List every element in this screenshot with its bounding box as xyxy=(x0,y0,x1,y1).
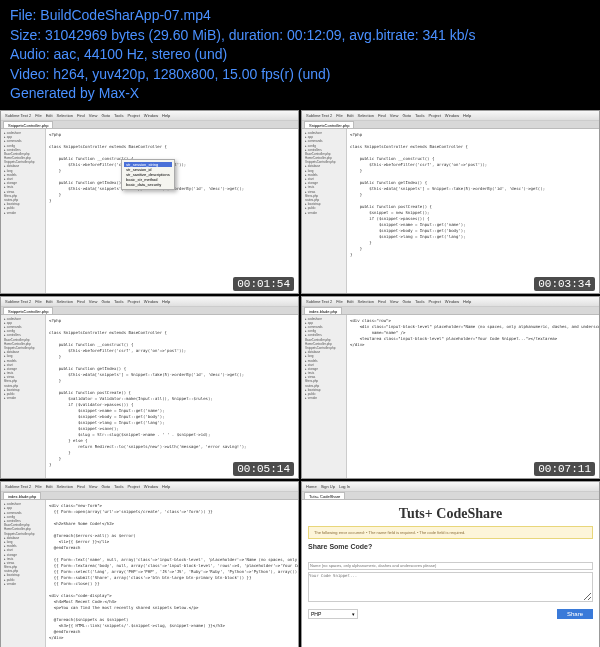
menu-item[interactable]: Help xyxy=(162,484,170,489)
video-frame-3: Sublime Text 2FileEditSelectionFindViewG… xyxy=(0,296,299,480)
menu-item[interactable]: Goto xyxy=(402,299,411,304)
menu-item[interactable]: Project xyxy=(428,299,440,304)
editor-tab[interactable]: SnippetsController.php xyxy=(304,121,354,128)
menu-item[interactable]: Selection xyxy=(57,484,73,489)
menu-item[interactable]: Tools xyxy=(114,113,123,118)
sidebar-item[interactable]: ▸ vendor xyxy=(304,211,344,215)
autocomplete-item[interactable]: basic_data_security xyxy=(124,182,172,187)
browser-toolbar[interactable]: HomeSign UpLog In xyxy=(302,482,599,492)
file-sidebar[interactable]: ▸ codeshare▸ app▸ commands▸ config▸ cont… xyxy=(302,315,347,479)
menu-item[interactable]: Find xyxy=(77,484,85,489)
sidebar-item[interactable]: ▸ vendor xyxy=(3,211,43,215)
menu-item[interactable]: File xyxy=(336,299,342,304)
file-sidebar[interactable]: ▸ codeshare▸ app▸ commands▸ config▸ cont… xyxy=(1,315,46,479)
file-sidebar[interactable]: ▸ codeshare▸ app▸ commands▸ config▸ cont… xyxy=(1,500,46,647)
tabbar[interactable]: SnippetsController.php xyxy=(1,307,298,315)
menu-item[interactable]: View xyxy=(89,113,98,118)
menu-item[interactable]: Sublime Text 2 xyxy=(5,484,31,489)
menu-item[interactable]: Help xyxy=(463,113,471,118)
menu-item[interactable]: Project xyxy=(127,113,139,118)
menu-item[interactable]: Find xyxy=(378,113,386,118)
menubar[interactable]: Sublime Text 2FileEditSelectionFindViewG… xyxy=(1,482,298,492)
file-sidebar[interactable]: ▸ codeshare▸ app▸ commands▸ config▸ cont… xyxy=(302,129,347,293)
menu-item[interactable]: Project xyxy=(127,484,139,489)
menu-item[interactable]: Selection xyxy=(358,113,374,118)
menu-item[interactable]: Window xyxy=(144,299,158,304)
menu-item[interactable]: Project xyxy=(127,299,139,304)
menu-item[interactable]: Sublime Text 2 xyxy=(5,299,31,304)
sidebar-item[interactable]: ▸ vendor xyxy=(3,396,43,400)
menu-item[interactable]: Window xyxy=(144,484,158,489)
code-editor[interactable]: <?php class SnippetsController extends B… xyxy=(46,315,298,479)
browser-tabbar[interactable]: Tuts+ CodeShare xyxy=(302,492,599,500)
menu-item[interactable]: Window xyxy=(144,113,158,118)
tabbar[interactable]: SnippetsController.php xyxy=(302,121,599,129)
menu-item[interactable]: Help xyxy=(162,299,170,304)
menu-item[interactable]: Find xyxy=(77,299,85,304)
menu-item[interactable]: View xyxy=(390,113,399,118)
timestamp: 00:03:34 xyxy=(534,277,595,291)
menu-item[interactable]: Sublime Text 2 xyxy=(5,113,31,118)
share-button[interactable]: Share xyxy=(557,609,593,619)
sidebar-item[interactable]: ▸ vendor xyxy=(3,582,43,586)
menu-item[interactable]: File xyxy=(336,113,342,118)
menubar[interactable]: Sublime Text 2FileEditSelectionFindViewG… xyxy=(1,111,298,121)
menu-item[interactable]: Window xyxy=(445,299,459,304)
tabbar[interactable]: SnippetsController.php xyxy=(1,121,298,129)
menu-item[interactable]: Selection xyxy=(358,299,374,304)
menu-item[interactable]: File xyxy=(35,299,41,304)
file-sidebar[interactable]: ▸ codeshare▸ app▸ commands▸ config▸ cont… xyxy=(1,129,46,293)
nav-link[interactable]: Home xyxy=(306,484,317,489)
menu-item[interactable]: View xyxy=(89,484,98,489)
lang-select[interactable]: PHP▾ xyxy=(308,609,358,619)
menu-item[interactable]: Find xyxy=(378,299,386,304)
editor-tab[interactable]: index.blade.php xyxy=(304,307,342,314)
code-textarea[interactable] xyxy=(308,572,593,602)
menu-item[interactable]: Goto xyxy=(101,484,110,489)
menu-item[interactable]: File xyxy=(35,113,41,118)
menu-item[interactable]: Edit xyxy=(46,299,53,304)
menu-item[interactable]: Sublime Text 2 xyxy=(306,113,332,118)
menu-item[interactable]: Edit xyxy=(46,484,53,489)
menu-item[interactable]: Edit xyxy=(347,113,354,118)
menu-item[interactable]: Project xyxy=(428,113,440,118)
code-editor[interactable]: <div class="new-form"> {{ Form::open(arr… xyxy=(46,500,298,647)
menu-item[interactable]: Selection xyxy=(57,299,73,304)
browser-tab[interactable]: Tuts+ CodeShare xyxy=(304,492,345,499)
menu-item[interactable]: Tools xyxy=(114,299,123,304)
menubar[interactable]: Sublime Text 2FileEditSelectionFindViewG… xyxy=(302,297,599,307)
editor-tab[interactable]: SnippetsController.php xyxy=(3,121,53,128)
menu-item[interactable]: Goto xyxy=(101,299,110,304)
code-editor[interactable]: <?php class SnippetsController extends B… xyxy=(46,129,298,293)
menu-item[interactable]: Goto xyxy=(402,113,411,118)
menu-item[interactable]: Edit xyxy=(347,299,354,304)
menu-item[interactable]: Find xyxy=(77,113,85,118)
menu-item[interactable]: View xyxy=(89,299,98,304)
editor-tab[interactable]: index.blade.php xyxy=(3,492,41,499)
sidebar-item[interactable]: ▸ vendor xyxy=(304,396,344,400)
menubar[interactable]: Sublime Text 2FileEditSelectionFindViewG… xyxy=(302,111,599,121)
nav-link[interactable]: Log In xyxy=(339,484,350,489)
menu-item[interactable]: Help xyxy=(162,113,170,118)
menu-item[interactable]: Help xyxy=(463,299,471,304)
menu-item[interactable]: Edit xyxy=(46,113,53,118)
menu-item[interactable]: Tools xyxy=(114,484,123,489)
name-input[interactable] xyxy=(308,562,593,570)
menu-item[interactable]: Tools xyxy=(415,113,424,118)
code-editor[interactable]: <?php class SnippetsController extends B… xyxy=(347,129,599,293)
nav-link[interactable]: Sign Up xyxy=(321,484,335,489)
autocomplete-popup[interactable]: str_session_stringstr_session_idstr_sani… xyxy=(121,159,175,190)
menu-item[interactable]: Sublime Text 2 xyxy=(306,299,332,304)
menu-item[interactable]: Tools xyxy=(415,299,424,304)
menubar[interactable]: Sublime Text 2FileEditSelectionFindViewG… xyxy=(1,297,298,307)
menu-item[interactable]: View xyxy=(390,299,399,304)
menu-item[interactable]: Window xyxy=(445,113,459,118)
code-editor[interactable]: <div class="row"> <div class="input-bloc… xyxy=(347,315,599,479)
menu-item[interactable]: Goto xyxy=(101,113,110,118)
tabbar[interactable]: index.blade.php xyxy=(1,492,298,500)
browser-viewport: Tuts+ CodeShare The following error occu… xyxy=(302,500,599,647)
menu-item[interactable]: Selection xyxy=(57,113,73,118)
tabbar[interactable]: index.blade.php xyxy=(302,307,599,315)
menu-item[interactable]: File xyxy=(35,484,41,489)
editor-tab[interactable]: SnippetsController.php xyxy=(3,307,53,314)
